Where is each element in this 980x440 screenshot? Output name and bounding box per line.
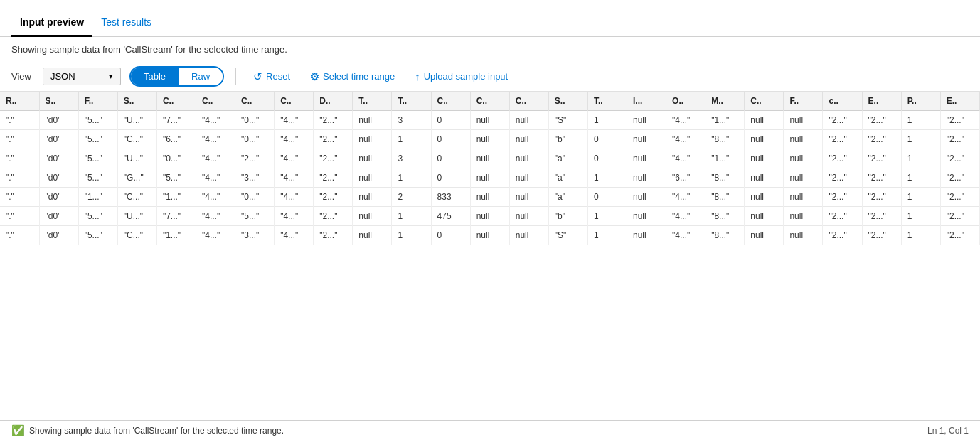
table-cell-1-24: "2..." (940, 130, 979, 149)
table-cell-2-5: "4..." (196, 149, 235, 168)
table-row: ".""d0""1...""C...""1...""4...""0...""4.… (0, 188, 980, 207)
view-select-dropdown[interactable]: JSON ▾ (43, 68, 121, 85)
table-cell-1-20: null (784, 130, 823, 149)
view-toggle-group: Table Raw (129, 66, 224, 87)
status-bar: ✅ Showing sample data from 'CallStream' … (0, 420, 980, 440)
table-cell-4-9: null (353, 188, 392, 207)
table-cell-1-1: "d0" (39, 130, 78, 149)
table-cell-0-24: "2..." (940, 111, 979, 130)
table-cell-2-18: "1..." (705, 149, 745, 168)
table-cell-3-10: 1 (392, 168, 431, 188)
table-cell-0-7: "4..." (275, 111, 314, 130)
table-cell-5-1: "d0" (39, 207, 78, 226)
table-cell-3-18: "8..." (705, 168, 745, 188)
table-cell-1-7: "4..." (275, 130, 314, 149)
table-cell-5-13: null (509, 207, 548, 226)
table-cell-4-6: "0..." (235, 188, 275, 207)
table-cell-2-0: "." (0, 149, 39, 168)
status-message: Showing sample data from 'CallStream' fo… (29, 426, 284, 436)
table-cell-5-23: 1 (901, 207, 940, 226)
table-cell-1-22: "2..." (862, 130, 901, 149)
table-cell-4-13: null (509, 188, 548, 207)
col-header-11: C.. (431, 92, 470, 111)
table-cell-1-14: "b" (548, 130, 587, 149)
table-cell-2-9: null (353, 149, 392, 168)
upload-sample-button[interactable]: ↑ Upload sample input (409, 68, 513, 85)
reset-button[interactable]: ↺ Reset (247, 68, 296, 86)
table-cell-0-16: null (627, 111, 666, 130)
toggle-raw-button[interactable]: Raw (179, 68, 223, 85)
col-header-7: C.. (275, 92, 314, 111)
table-cell-0-14: "S" (548, 111, 587, 130)
table-cell-0-21: "2..." (823, 111, 862, 130)
col-header-10: T.. (392, 92, 431, 111)
table-row: ".""d0""5...""U...""7...""4...""0...""4.… (0, 111, 980, 130)
table-cell-5-22: "2..." (862, 207, 901, 226)
table-cell-5-19: null (745, 207, 784, 226)
table-cell-1-12: null (470, 130, 509, 149)
select-time-range-button[interactable]: ⚙ Select time range (304, 68, 400, 86)
table-cell-3-5: "4..." (196, 168, 235, 188)
table-cell-0-11: 0 (431, 111, 470, 130)
table-cell-6-15: 1 (587, 226, 627, 245)
col-header-22: E.. (862, 92, 901, 111)
table-cell-2-21: "2..." (823, 149, 862, 168)
table-cell-3-3: "G..." (117, 168, 156, 188)
table-cell-5-14: "b" (548, 207, 587, 226)
table-cell-0-12: null (470, 111, 509, 130)
table-row: ".""d0""5...""C...""6...""4...""0...""4.… (0, 130, 980, 149)
table-cell-6-5: "4..." (196, 226, 235, 245)
col-header-16: I... (627, 92, 666, 111)
col-header-24: E.. (940, 92, 979, 111)
col-header-9: T.. (353, 92, 392, 111)
table-cell-4-20: null (784, 188, 823, 207)
table-cell-0-6: "0..." (235, 111, 275, 130)
table-cell-1-21: "2..." (823, 130, 862, 149)
table-cell-4-11: 833 (431, 188, 470, 207)
table-cell-2-10: 3 (392, 149, 431, 168)
table-cell-6-19: null (745, 226, 784, 245)
table-cell-6-22: "2..." (862, 226, 901, 245)
table-cell-6-1: "d0" (39, 226, 78, 245)
table-cell-5-16: null (627, 207, 666, 226)
table-cell-2-14: "a" (548, 149, 587, 168)
table-cell-2-13: null (509, 149, 548, 168)
status-left: ✅ Showing sample data from 'CallStream' … (11, 424, 284, 437)
col-header-1: S.. (39, 92, 78, 111)
table-cell-1-18: "8..." (705, 130, 745, 149)
table-cell-6-16: null (627, 226, 666, 245)
table-cell-4-8: "2..." (314, 188, 353, 207)
toggle-table-button[interactable]: Table (131, 68, 179, 85)
table-cell-1-4: "6..." (156, 130, 196, 149)
col-header-17: O.. (666, 92, 705, 111)
col-header-18: M.. (705, 92, 745, 111)
tabs-bar: Input preview Test results (0, 0, 980, 37)
toolbar: View JSON ▾ Table Raw ↺ Reset ⚙ Select t… (0, 62, 980, 91)
table-cell-6-20: null (784, 226, 823, 245)
table-cell-3-4: "5..." (156, 168, 196, 188)
table-cell-2-20: null (784, 149, 823, 168)
data-table-container[interactable]: R..S..F..S..C..C..C..C..D..T..T..C..C..C… (0, 91, 980, 420)
table-cell-6-10: 1 (392, 226, 431, 245)
table-cell-0-19: null (745, 111, 784, 130)
status-position: Ln 1, Col 1 (927, 426, 969, 436)
table-cell-3-1: "d0" (39, 168, 78, 188)
table-cell-5-4: "7..." (156, 207, 196, 226)
table-cell-3-8: "2..." (314, 168, 353, 188)
table-cell-6-13: null (509, 226, 548, 245)
table-cell-5-8: "2..." (314, 207, 353, 226)
table-cell-0-10: 3 (392, 111, 431, 130)
col-header-4: C.. (156, 92, 196, 111)
table-cell-5-10: 1 (392, 207, 431, 226)
col-header-3: S.. (117, 92, 156, 111)
table-cell-2-22: "2..." (862, 149, 901, 168)
col-header-6: C.. (235, 92, 275, 111)
table-header-row: R..S..F..S..C..C..C..C..D..T..T..C..C..C… (0, 92, 980, 111)
tab-input-preview[interactable]: Input preview (11, 9, 92, 37)
table-cell-2-7: "4..." (275, 149, 314, 168)
gear-icon: ⚙ (310, 70, 319, 83)
table-row: ".""d0""5...""U...""7...""4...""5...""4.… (0, 207, 980, 226)
table-cell-0-3: "U..." (117, 111, 156, 130)
tab-test-results[interactable]: Test results (92, 9, 160, 37)
table-cell-4-23: 1 (901, 188, 940, 207)
